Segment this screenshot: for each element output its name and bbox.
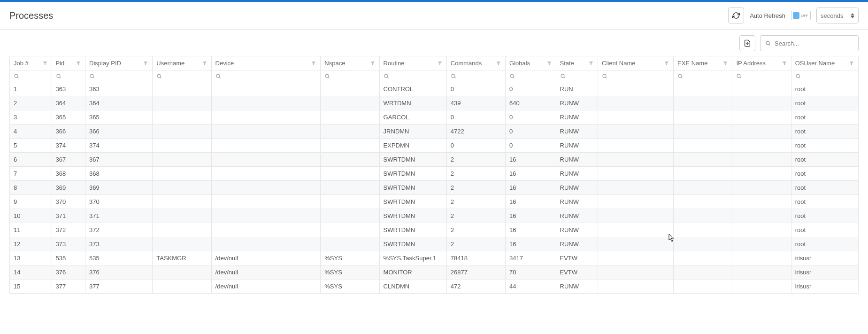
table-row[interactable]: 12373373SWRTDMN216RUNWroot bbox=[10, 237, 859, 251]
cell-state: EVTW bbox=[556, 251, 598, 265]
column-header[interactable]: EXE Name bbox=[674, 56, 732, 70]
column-filter-cell[interactable] bbox=[52, 70, 85, 82]
funnel-icon[interactable] bbox=[42, 61, 48, 66]
column-filter-cell[interactable] bbox=[211, 70, 321, 82]
export-button[interactable] bbox=[739, 35, 755, 51]
column-header[interactable]: Routine bbox=[379, 56, 446, 70]
funnel-icon[interactable] bbox=[202, 61, 207, 66]
column-header[interactable]: Commands bbox=[446, 56, 505, 70]
column-header[interactable]: Username bbox=[153, 56, 211, 70]
column-header[interactable]: Globals bbox=[506, 56, 556, 70]
table-row[interactable]: 11372372SWRTDMN216RUNWroot bbox=[10, 223, 859, 237]
table-row[interactable]: 15377377/dev/null%SYSCLNDMN47244RUNWiris… bbox=[10, 280, 859, 294]
process-table: Job #PidDisplay PIDUsernameDeviceNspaceR… bbox=[9, 56, 859, 294]
cell-cmds: 2 bbox=[446, 153, 505, 167]
refresh-button[interactable] bbox=[728, 8, 744, 23]
cell-exe bbox=[674, 153, 732, 167]
seconds-input[interactable] bbox=[821, 12, 847, 19]
stepper-up-icon[interactable] bbox=[851, 13, 854, 16]
cell-pid: 366 bbox=[52, 124, 85, 139]
column-filter-cell[interactable] bbox=[446, 70, 505, 82]
cell-cmds: 78418 bbox=[446, 251, 505, 265]
column-filter-cell[interactable] bbox=[506, 70, 556, 82]
cell-job: 1 bbox=[10, 82, 52, 96]
column-header[interactable]: Display PID bbox=[85, 56, 153, 70]
table-row[interactable]: 13535535TASKMGR/dev/null%SYS%SYS.TaskSup… bbox=[10, 251, 859, 265]
funnel-icon[interactable] bbox=[311, 61, 316, 66]
cell-state: RUNW bbox=[556, 139, 598, 153]
table-row[interactable]: 6367367SWRTDMN216RUNWroot bbox=[10, 153, 859, 167]
search-input[interactable] bbox=[775, 40, 853, 47]
funnel-icon[interactable] bbox=[546, 61, 552, 66]
cell-exe bbox=[674, 223, 732, 237]
cell-osuser: root bbox=[791, 110, 858, 124]
column-filter-cell[interactable] bbox=[556, 70, 598, 82]
cell-job: 8 bbox=[10, 181, 52, 195]
cell-globals: 16 bbox=[506, 209, 556, 223]
cell-user bbox=[153, 265, 211, 280]
funnel-icon[interactable] bbox=[437, 61, 443, 66]
column-filter-cell[interactable] bbox=[379, 70, 446, 82]
column-filter-cell[interactable] bbox=[153, 70, 211, 82]
column-label: Nspace bbox=[324, 60, 345, 67]
column-header[interactable]: IP Address bbox=[732, 56, 791, 70]
column-header[interactable]: Client Name bbox=[598, 56, 674, 70]
table-row[interactable]: 9370370SWRTDMN216RUNWroot bbox=[10, 195, 859, 209]
autorefresh-toggle[interactable]: OFF bbox=[791, 11, 811, 20]
funnel-icon[interactable] bbox=[143, 61, 148, 66]
table-row[interactable]: 1363363CONTROL00RUNroot bbox=[10, 82, 859, 96]
column-header[interactable]: State bbox=[556, 56, 598, 70]
column-label: Routine bbox=[384, 60, 405, 67]
column-header[interactable]: Device bbox=[211, 56, 321, 70]
column-label: State bbox=[560, 60, 574, 67]
column-filter-cell[interactable] bbox=[674, 70, 732, 82]
cell-ns bbox=[321, 195, 379, 209]
funnel-icon[interactable] bbox=[370, 61, 376, 66]
cell-globals: 0 bbox=[506, 110, 556, 124]
svg-line-7 bbox=[93, 77, 94, 78]
column-filter-cell[interactable] bbox=[321, 70, 379, 82]
table-row[interactable]: 14376376/dev/null%SYSMONITOR2687770EVTWi… bbox=[10, 265, 859, 280]
cell-state: RUNW bbox=[556, 209, 598, 223]
column-filter-cell[interactable] bbox=[10, 70, 52, 82]
column-filter-cell[interactable] bbox=[85, 70, 153, 82]
funnel-icon[interactable] bbox=[76, 61, 81, 66]
funnel-icon[interactable] bbox=[664, 61, 669, 66]
cell-cmds: 2 bbox=[446, 181, 505, 195]
table-row[interactable]: 7368368SWRTDMN216RUNWroot bbox=[10, 167, 859, 181]
cell-pid: 369 bbox=[52, 181, 85, 195]
svg-point-24 bbox=[678, 74, 682, 78]
search-icon bbox=[677, 73, 683, 79]
funnel-icon[interactable] bbox=[496, 61, 501, 66]
funnel-icon[interactable] bbox=[849, 61, 854, 66]
column-header[interactable]: OSUser Name bbox=[791, 56, 858, 70]
cell-dpid: 363 bbox=[85, 82, 153, 96]
table-row[interactable]: 3365365GARCOL00RUNWroot bbox=[10, 110, 859, 124]
column-header[interactable]: Nspace bbox=[321, 56, 379, 70]
table-row[interactable]: 10371371SWRTDMN216RUNWroot bbox=[10, 209, 859, 223]
column-label: Display PID bbox=[89, 60, 121, 67]
table-row[interactable]: 5374374EXPDMN00RUNWroot bbox=[10, 139, 859, 153]
column-filter-cell[interactable] bbox=[791, 70, 858, 82]
cell-user bbox=[153, 110, 211, 124]
funnel-icon[interactable] bbox=[782, 61, 787, 66]
column-header[interactable]: Job # bbox=[10, 56, 52, 70]
funnel-icon[interactable] bbox=[722, 61, 728, 66]
cell-cmds: 0 bbox=[446, 82, 505, 96]
table-row[interactable]: 4366366JRNDMN47220RUNWroot bbox=[10, 124, 859, 139]
table-row[interactable]: 8369369SWRTDMN216RUNWroot bbox=[10, 181, 859, 195]
column-filter-cell[interactable] bbox=[598, 70, 674, 82]
cell-cmds: 2 bbox=[446, 223, 505, 237]
svg-line-17 bbox=[454, 77, 455, 78]
autorefresh-label: Auto Refresh bbox=[750, 12, 785, 19]
cell-device bbox=[211, 181, 321, 195]
cell-device bbox=[211, 209, 321, 223]
svg-line-13 bbox=[329, 77, 330, 78]
table-row[interactable]: 2364364WRTDMN439640RUNWroot bbox=[10, 96, 859, 110]
column-header[interactable]: Pid bbox=[52, 56, 85, 70]
funnel-icon[interactable] bbox=[588, 61, 594, 66]
cell-ns bbox=[321, 139, 379, 153]
column-filter-cell[interactable] bbox=[732, 70, 791, 82]
cell-routine: SWRTDMN bbox=[379, 167, 446, 181]
stepper-down-icon[interactable] bbox=[851, 16, 854, 18]
